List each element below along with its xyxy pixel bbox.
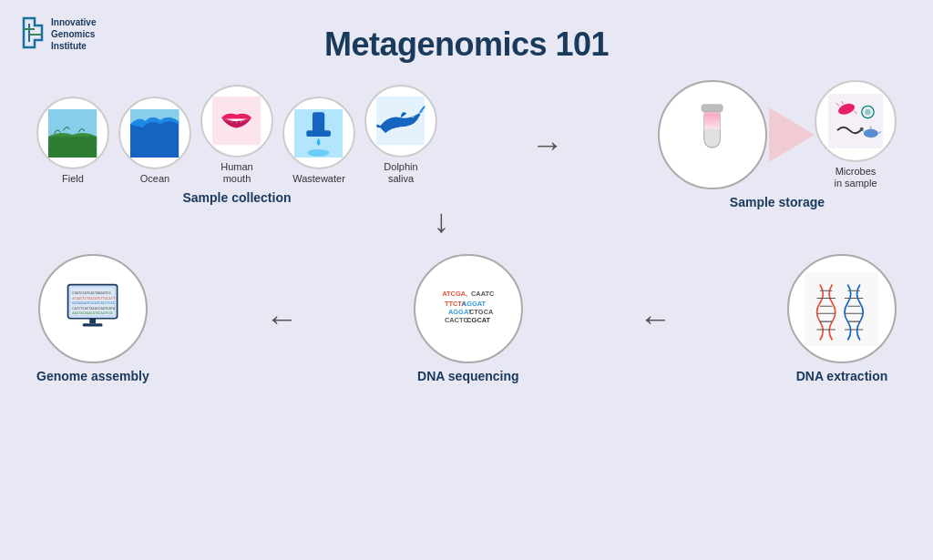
dna-sequencing-title: DNA sequencing xyxy=(417,369,519,383)
dolphin-item: Dolphinsaliva xyxy=(364,85,437,185)
svg-point-10 xyxy=(308,148,330,156)
storage-circle xyxy=(658,80,767,189)
arrow-to-sequencing: → xyxy=(639,300,672,338)
logo: Innovative Genomics Institute xyxy=(20,16,96,52)
svg-text:CACTC: CACTC xyxy=(445,316,469,324)
svg-point-13 xyxy=(413,117,414,117)
svg-text:CTGCA: CTGCA xyxy=(469,308,494,316)
svg-text:CAATC: CAATC xyxy=(471,289,495,297)
dna-extraction-section: DNA extraction xyxy=(787,254,897,383)
microbes-wrapper: Microbesin sample xyxy=(815,80,897,189)
svg-text:COATCCATCACTAGGATCG: COATCCATCACTAGGATCG xyxy=(73,291,112,295)
wastewater-circle xyxy=(282,97,355,169)
genome-assembly-section: COATCCATCACTAGGATCG ATAGCTCTAGCATCTTGCAT… xyxy=(36,254,149,383)
dna-extraction-circle xyxy=(787,254,897,363)
ocean-item: Ocean xyxy=(118,97,191,185)
collection-circles: Field Ocean xyxy=(36,85,437,185)
dolphin-circle xyxy=(364,85,437,158)
logo-icon xyxy=(20,16,46,49)
human-mouth-circle xyxy=(200,85,273,158)
arrow-to-storage: → xyxy=(531,126,564,164)
svg-text:AGGAT: AGGAT xyxy=(462,299,487,307)
storage-title: Sample storage xyxy=(730,195,825,209)
svg-point-25 xyxy=(865,109,871,116)
diagram: Field Ocean xyxy=(27,73,906,383)
svg-rect-19 xyxy=(828,94,883,148)
sample-collection-section: Field Ocean xyxy=(36,85,437,205)
beam-wrapper: Microbesin sample xyxy=(767,80,897,189)
storage-section: Microbesin sample Sample storage xyxy=(658,80,897,209)
genome-assembly-title: Genome assembly xyxy=(36,369,149,383)
sample-collection-title: Sample collection xyxy=(182,190,291,205)
microbes-circle xyxy=(815,80,897,162)
page-title: Metagenomics 101 xyxy=(27,16,906,64)
microbes-label: Microbesin sample xyxy=(834,166,877,189)
svg-rect-18 xyxy=(702,104,723,111)
svg-text:ATAGCTCTAGCATCTTGCATT: ATAGCTCTAGCATCTTGCATT xyxy=(73,297,117,300)
svg-text:CGCAT: CGCAT xyxy=(467,316,491,324)
ocean-label: Ocean xyxy=(140,173,169,185)
svg-rect-9 xyxy=(307,130,332,137)
field-label: Field xyxy=(62,173,84,185)
genome-assembly-circle: COATCCATCACTAGGATCG ATAGCTCTAGCATCTTGCAT… xyxy=(38,254,148,363)
dna-extraction-title: DNA extraction xyxy=(796,369,888,383)
dna-sequencing-section: ATCGA, CAATC TTCTA AGGAT AGGAT CTGCA CAC… xyxy=(414,254,523,383)
wastewater-item: Wastewater xyxy=(282,97,355,185)
down-arrow: ↓ xyxy=(434,205,450,238)
human-mouth-item: Humanmouth xyxy=(200,85,273,185)
storage-with-microbes: Microbesin sample xyxy=(658,80,897,189)
svg-text:ATCGA,: ATCGA, xyxy=(442,289,467,297)
dolphin-label: Dolphinsaliva xyxy=(384,161,417,185)
human-mouth-label: Humanmouth xyxy=(220,161,252,185)
svg-rect-50 xyxy=(805,272,878,346)
svg-rect-39 xyxy=(89,319,96,323)
svg-rect-40 xyxy=(83,323,103,326)
svg-text:CATCTCACTACGCCAGTCATA: CATCTCACTACGCCAGTCATA xyxy=(73,306,117,310)
dna-sequencing-circle: ATCGA, CAATC TTCTA AGGAT AGGAT CTGCA CAC… xyxy=(414,254,523,363)
svg-rect-8 xyxy=(313,112,324,133)
pink-beam xyxy=(769,107,815,162)
arrow-to-genome: → xyxy=(265,300,298,338)
field-item: Field xyxy=(36,97,109,185)
field-circle xyxy=(36,97,109,169)
svg-rect-1 xyxy=(48,137,97,158)
wastewater-label: Wastewater xyxy=(292,173,345,185)
ocean-circle xyxy=(118,97,191,169)
svg-point-27 xyxy=(864,129,878,137)
down-arrow-area: ↓ xyxy=(27,205,906,238)
row-2: COATCCATCACTAGGATCG ATAGCTCTAGCATCTTGCAT… xyxy=(27,254,906,383)
svg-text:GGTAGGATCGCATCATCTCCC: GGTAGGATCGCATCATCTCCC xyxy=(73,301,116,305)
row-1: Field Ocean xyxy=(27,80,906,209)
logo-text: Innovative Genomics Institute xyxy=(51,16,96,52)
svg-text:AAGTACGGACGTGCAATCGC: AAGTACGGACGTGCAATCGC xyxy=(73,311,114,315)
page: Innovative Genomics Institute Metagenomi… xyxy=(0,0,933,560)
